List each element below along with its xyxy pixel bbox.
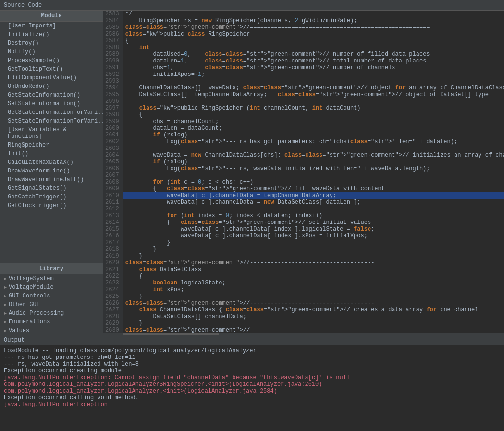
line-number: 2619 bbox=[103, 253, 123, 259]
line-text: waveData = new ChannelDataClass[chs]; cl… bbox=[123, 152, 504, 159]
line-number: 2613 bbox=[103, 212, 123, 219]
library-item-label: VoltageModule bbox=[9, 284, 54, 291]
sidebar-module-item[interactable]: SetStateInformationForVari... bbox=[0, 117, 103, 125]
line-text: dataUsed=0, class=class="str">"green-com… bbox=[123, 51, 504, 58]
library-item-label: Values bbox=[9, 327, 29, 334]
code-line: 2586class="kw">public class RingSpeicher bbox=[103, 31, 504, 37]
output-line: Exception occurred creating module. bbox=[4, 368, 500, 374]
sidebar-module-item[interactable]: GetSignalStates() bbox=[0, 184, 103, 193]
top-bar: Source Code bbox=[0, 0, 504, 11]
code-line: 2626class=class="str">"green-comment">//… bbox=[103, 300, 504, 307]
code-line: 2623 boolean logicalState; bbox=[103, 280, 504, 286]
code-line: 2608 for (int c = 0; c < chs; c++) bbox=[103, 179, 504, 185]
sidebar-module-item[interactable]: GetTooltipText() bbox=[0, 65, 103, 74]
line-text bbox=[123, 78, 504, 85]
line-number: 2628 bbox=[103, 313, 123, 320]
code-line: 2607 bbox=[103, 172, 504, 179]
sidebar-library-item[interactable]: ▶GUI Controls bbox=[0, 292, 103, 300]
line-number: 2621 bbox=[103, 266, 123, 273]
line-number: 2600 bbox=[103, 125, 123, 132]
code-line: 2595 DataSetClass[] tempChannelDataArray… bbox=[103, 91, 504, 98]
line-text: for (int index = 0; index < dataLen; ind… bbox=[123, 212, 504, 219]
sidebar-library-item[interactable]: ▶VoltageSystem bbox=[0, 274, 103, 283]
line-number: 2596 bbox=[103, 98, 123, 105]
line-text: } bbox=[123, 246, 504, 253]
sidebar-library-item[interactable]: ▶Enumerations bbox=[0, 318, 103, 326]
code-line: 2590 dataLen=1, class=class="str">"green… bbox=[103, 58, 504, 64]
code-line: 2613 for (int index = 0; index < dataLen… bbox=[103, 212, 504, 219]
code-line: 2585class=class="str">"green-comment">//… bbox=[103, 24, 504, 31]
line-number: 2611 bbox=[103, 199, 123, 206]
sidebar-module-item[interactable]: DrawWaveformLineJalt() bbox=[0, 175, 103, 184]
line-text: dataLen = dataCount; bbox=[123, 125, 504, 132]
code-line: 2597 class="kw">public RingSpeicher (int… bbox=[103, 105, 504, 111]
sidebar-module-item[interactable]: Notify() bbox=[0, 48, 103, 56]
line-number: 2598 bbox=[103, 111, 123, 118]
line-number: 2620 bbox=[103, 259, 123, 266]
line-number: 2627 bbox=[103, 307, 123, 313]
code-line: 2618 } bbox=[103, 246, 504, 253]
code-line: 2625 } bbox=[103, 293, 504, 300]
sidebar-module-item[interactable]: Destroy() bbox=[0, 39, 103, 48]
sidebar-library-item[interactable]: ▶Other GUI bbox=[0, 300, 103, 309]
line-text: int xPos; bbox=[123, 286, 504, 293]
line-text: if (rslog) bbox=[123, 159, 504, 165]
sidebar-module-item[interactable]: CalculateMaxDataX() bbox=[0, 158, 103, 167]
line-number: 2603 bbox=[103, 145, 123, 152]
output-line: LoadModule -- loading class com/polymond… bbox=[4, 347, 500, 354]
line-text: waveData[ c ].channelData = new DataSetC… bbox=[123, 199, 504, 206]
line-number: 2587 bbox=[103, 37, 123, 44]
output-line: com.polymond.logical_analyzer.LogicalAna… bbox=[4, 388, 500, 394]
module-list: [User Imports]Initialize()Destroy()Notif… bbox=[0, 22, 103, 263]
line-number: 2610 bbox=[103, 192, 123, 199]
code-line: 2588 int bbox=[103, 44, 504, 51]
line-number: 2617 bbox=[103, 239, 123, 246]
line-text bbox=[123, 145, 504, 152]
output-line: --- rs has got parameters: ch=8 len=11 bbox=[4, 354, 500, 361]
code-line: 2624 int xPos; bbox=[103, 286, 504, 293]
library-list: ▶VoltageSystem▶VoltageModule▶GUI Control… bbox=[0, 274, 103, 335]
sidebar-module-item[interactable]: SetStateInformation() bbox=[0, 99, 103, 108]
sidebar-module-item[interactable]: RingSpeicher bbox=[0, 141, 103, 149]
sidebar-library-item[interactable]: ▶Values bbox=[0, 326, 103, 335]
sidebar-module-item[interactable]: GetStateInformation() bbox=[0, 91, 103, 99]
line-text: { bbox=[123, 111, 504, 118]
expand-icon: ▶ bbox=[4, 276, 7, 282]
expand-icon: ▶ bbox=[4, 328, 7, 333]
line-text: DataSetClass[] channelData; bbox=[123, 313, 504, 320]
code-line: 2629 } bbox=[103, 320, 504, 327]
sidebar-module-item[interactable]: [User Variables & Functions] bbox=[0, 125, 103, 141]
code-line: 2610 waveData[ c ].channelData = tempCha… bbox=[103, 192, 504, 199]
line-text: for (int c = 0; c < chs; c++) bbox=[123, 179, 504, 185]
code-line: 2602 Log(class="str">"--- rs has got par… bbox=[103, 138, 504, 145]
line-number: 2607 bbox=[103, 172, 123, 179]
sidebar-module-item[interactable]: DrawWaveformLine() bbox=[0, 167, 103, 175]
expand-icon: ▶ bbox=[4, 293, 7, 299]
sidebar-module-item[interactable]: OnUndoRedo() bbox=[0, 82, 103, 91]
sidebar-library-item[interactable]: ▶Audio Processing bbox=[0, 309, 103, 318]
library-item-label: VoltageSystem bbox=[9, 275, 54, 282]
code-line: 2630class=class="str">"green-comment">// bbox=[103, 327, 504, 333]
line-number: 2599 bbox=[103, 118, 123, 125]
sidebar-module-item[interactable]: Init() bbox=[0, 149, 103, 158]
sidebar-module-item[interactable]: GetCatchTrigger() bbox=[0, 193, 103, 201]
sidebar-module-item[interactable]: EditComponentValue() bbox=[0, 74, 103, 82]
sidebar-module-item[interactable]: Initialize() bbox=[0, 30, 103, 39]
line-text: chs = channelCount; bbox=[123, 118, 504, 125]
line-number: 2585 bbox=[103, 24, 123, 31]
sidebar-module-item[interactable]: ProcessSample() bbox=[0, 56, 103, 65]
code-line: 2617 } bbox=[103, 239, 504, 246]
code-line: 2591 chs=1, class=class="str">"green-com… bbox=[103, 64, 504, 71]
code-line: 2592 initialXpos=-1; bbox=[103, 71, 504, 78]
line-text: } bbox=[123, 239, 504, 246]
sidebar-module-item[interactable]: GetStateInformationForVari... bbox=[0, 108, 103, 117]
line-number: 2624 bbox=[103, 286, 123, 293]
line-number: 2616 bbox=[103, 233, 123, 239]
line-number: 2602 bbox=[103, 138, 123, 145]
sidebar-library-item[interactable]: ▶VoltageModule bbox=[0, 283, 103, 292]
sidebar-module-item[interactable]: [User Imports] bbox=[0, 22, 103, 30]
line-text: Log(class="str">"--- rs has got paramete… bbox=[123, 138, 504, 145]
code-line: 2621 class DataSetClass bbox=[103, 266, 504, 273]
sidebar-module-item[interactable]: GetClockTrigger() bbox=[0, 201, 103, 210]
line-text: { class=class="str">"green-comment">// f… bbox=[123, 185, 504, 192]
